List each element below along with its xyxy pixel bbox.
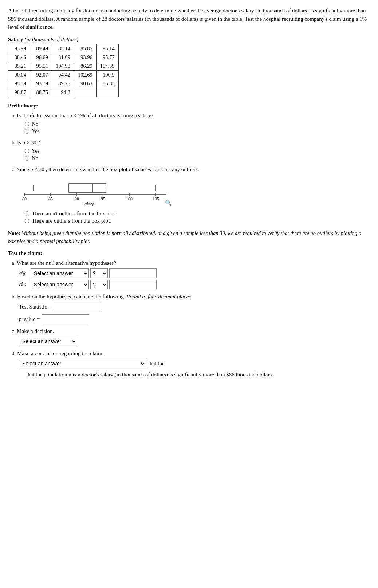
boxplot-container: 80 85 90 95 100 105 Salary bbox=[19, 177, 172, 206]
note-block: Note: Without being given that the popul… bbox=[8, 229, 370, 246]
salary-cell: 95.77 bbox=[96, 53, 118, 62]
svg-text:Salary: Salary bbox=[82, 201, 94, 206]
salary-cell: 98.87 bbox=[8, 88, 30, 97]
test-stat-row: Test Statistic = bbox=[19, 302, 370, 311]
radio-no-outliers[interactable] bbox=[25, 211, 29, 216]
h0-label: H0: bbox=[19, 270, 29, 277]
salary-cell: 94.42 bbox=[52, 70, 74, 79]
question-a-block: a. Is it safe to assume that n ≤ 5% of a… bbox=[12, 113, 370, 134]
svg-text:105: 105 bbox=[153, 196, 159, 201]
salary-cell: 86.29 bbox=[74, 62, 96, 70]
conclusion-suffix-that: that the bbox=[148, 361, 165, 367]
h1-row: H1: Select an answer μ p σ ? = ≠ < > ≤ ≥ bbox=[19, 280, 370, 289]
option-no[interactable]: No bbox=[25, 121, 370, 127]
h0-answer-select[interactable]: Select an answer μ p σ bbox=[31, 268, 89, 278]
salary-cell: 85.14 bbox=[52, 44, 74, 53]
decision-select[interactable]: Select an answer Reject H₀ Fail to Rejec… bbox=[19, 337, 77, 346]
test-claim-section: Test the claim: a. What are the null and… bbox=[8, 250, 370, 379]
preliminary-section: Preliminary: a. Is it safe to assume tha… bbox=[8, 103, 370, 224]
salary-cell: 95.59 bbox=[8, 79, 30, 88]
question-b-block: b. Is n ≥ 30 ? Yes No bbox=[12, 140, 370, 161]
salary-cell: 96.69 bbox=[30, 53, 52, 62]
pvalue-label: p-value = bbox=[19, 316, 40, 322]
pvalue-input[interactable] bbox=[42, 314, 89, 324]
question-b-text: b. Is n ≥ 30 ? bbox=[12, 140, 370, 146]
boxplot-svg: 80 85 90 95 100 105 Salary bbox=[19, 177, 172, 206]
test-claim-title: Test the claim: bbox=[8, 250, 370, 256]
h0-symbol-select[interactable]: ? = ≠ < > ≤ ≥ bbox=[90, 268, 108, 278]
salary-cell: 95.51 bbox=[30, 62, 52, 70]
h1-answer-select[interactable]: Select an answer μ p σ bbox=[31, 280, 89, 289]
preliminary-title: Preliminary: bbox=[8, 103, 370, 109]
salary-cell: 92.07 bbox=[30, 70, 52, 79]
test-qa-text: a. What are the null and alternative hyp… bbox=[12, 260, 370, 266]
note-label: Note: bbox=[8, 230, 20, 236]
conclusion-suffix: that the population mean doctor's salary… bbox=[26, 371, 273, 379]
svg-rect-18 bbox=[69, 184, 106, 192]
salary-cell: 93.79 bbox=[30, 79, 52, 88]
option-no-outliers[interactable]: There aren't outliers from the box plot. bbox=[25, 211, 370, 217]
conclusion-row: Select an answer There is sufficient evi… bbox=[19, 359, 370, 379]
h1-symbol-select[interactable]: ? = ≠ < > ≤ ≥ bbox=[90, 280, 108, 289]
test-q-a: a. What are the null and alternative hyp… bbox=[12, 260, 370, 289]
svg-text:90: 90 bbox=[75, 196, 79, 201]
salary-cell: 94.3 bbox=[52, 88, 74, 97]
test-qc-text: c. Make a decision. bbox=[12, 328, 370, 334]
svg-text:80: 80 bbox=[22, 196, 27, 201]
decision-row: Select an answer Reject H₀ Fail to Rejec… bbox=[19, 337, 370, 346]
salary-cell bbox=[74, 88, 96, 97]
salary-cell: 104.98 bbox=[52, 62, 74, 70]
salary-cell: 85.21 bbox=[8, 62, 30, 70]
h0-value-input[interactable] bbox=[109, 268, 157, 278]
salary-cell: 95.14 bbox=[96, 44, 118, 53]
conclusion-select[interactable]: Select an answer There is sufficient evi… bbox=[19, 359, 146, 368]
test-stat-label: Test Statistic = bbox=[19, 304, 51, 310]
svg-text:95: 95 bbox=[101, 196, 105, 201]
option-yes-outliers[interactable]: There are outliers from the box plot. bbox=[25, 218, 370, 224]
salary-cell: 81.69 bbox=[52, 53, 74, 62]
salary-cell: 90.04 bbox=[8, 70, 30, 79]
option-b-no[interactable]: No bbox=[25, 155, 370, 161]
salary-cell: 89.75 bbox=[52, 79, 74, 88]
pvalue-row: p-value = bbox=[19, 314, 370, 324]
svg-text:100: 100 bbox=[126, 196, 133, 201]
salary-cell bbox=[96, 88, 118, 97]
salary-cell: 89.49 bbox=[30, 44, 52, 53]
salary-cell: 93.99 bbox=[8, 44, 30, 53]
salary-cell: 88.75 bbox=[30, 88, 52, 97]
test-q-d: d. Make a conclusion regarding the claim… bbox=[12, 350, 370, 379]
salary-cell: 85.85 bbox=[74, 44, 96, 53]
question-c-block: c. Since n < 30 , then determine whether… bbox=[12, 166, 370, 224]
salary-cell: 86.83 bbox=[96, 79, 118, 88]
option-b-yes[interactable]: Yes bbox=[25, 148, 370, 154]
h1-label: H1: bbox=[19, 281, 29, 289]
h0-row: H0: Select an answer μ p σ ? = ≠ < > ≤ ≥ bbox=[19, 268, 370, 278]
test-stat-input[interactable] bbox=[54, 302, 101, 311]
radio-yes[interactable] bbox=[25, 129, 29, 134]
option-yes[interactable]: Yes bbox=[25, 128, 370, 134]
salary-cell: 102.69 bbox=[74, 70, 96, 79]
salary-cell: 88.46 bbox=[8, 53, 30, 62]
test-q-c: c. Make a decision. Select an answer Rej… bbox=[12, 328, 370, 346]
svg-text:85: 85 bbox=[48, 196, 53, 201]
salary-label: Salary (in thousands of dollars) bbox=[8, 36, 370, 43]
salary-cell: 93.96 bbox=[74, 53, 96, 62]
h1-value-input[interactable] bbox=[109, 280, 157, 289]
radio-b-no[interactable] bbox=[25, 156, 29, 161]
radio-no[interactable] bbox=[25, 122, 29, 126]
test-qd-text: d. Make a conclusion regarding the claim… bbox=[12, 350, 370, 357]
question-a-text: a. Is it safe to assume that n ≤ 5% of a… bbox=[12, 113, 370, 119]
radio-yes-outliers[interactable] bbox=[25, 219, 29, 223]
question-c-text: c. Since n < 30 , then determine whether… bbox=[12, 166, 370, 173]
salary-table: 93.9989.4985.1485.8595.1488.4696.6981.69… bbox=[8, 44, 119, 97]
salary-cell: 100.9 bbox=[96, 70, 118, 79]
intro-paragraph: A hospital recruiting company for doctor… bbox=[8, 7, 370, 31]
magnify-icon[interactable]: 🔍 bbox=[165, 200, 172, 206]
test-qb-text: b. Based on the hypotheses, calculate th… bbox=[12, 294, 370, 300]
salary-section: Salary (in thousands of dollars) 93.9989… bbox=[8, 36, 370, 97]
salary-cell: 104.39 bbox=[96, 62, 118, 70]
conclusion-select-row: Select an answer There is sufficient evi… bbox=[19, 359, 165, 368]
salary-cell: 90.63 bbox=[74, 79, 96, 88]
test-q-b: b. Based on the hypotheses, calculate th… bbox=[12, 294, 370, 324]
radio-b-yes[interactable] bbox=[25, 149, 29, 153]
